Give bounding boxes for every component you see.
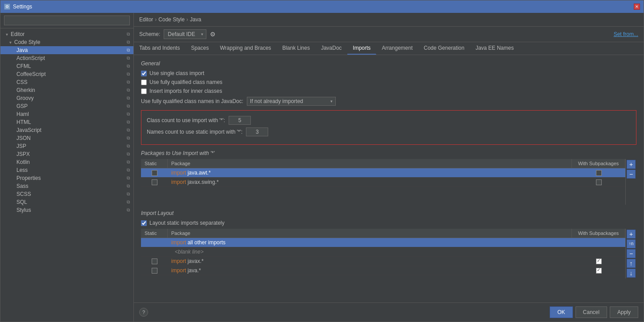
imports-panel: General Use single class import Use full… (134, 55, 644, 302)
copy-icon: ⧉ (127, 56, 130, 61)
sidebar-item-html[interactable]: HTML⧉ (0, 118, 133, 126)
set-from-link[interactable]: Set from... (614, 31, 638, 37)
move-up-button[interactable]: ↑ (627, 259, 636, 268)
sidebar-item-haml[interactable]: Haml⧉ (0, 110, 133, 118)
lr4-subpkg-checkbox[interactable] (596, 268, 602, 274)
packages-table: Static Package With Subpackages import (141, 159, 625, 205)
sidebar-item-gherkin[interactable]: Gherkin⧉ (0, 86, 133, 94)
pkg2-name: javax.swing.* (188, 179, 219, 185)
sidebar-item-groovy[interactable]: Groovy⧉ (0, 94, 133, 102)
sidebar-item-label: JavaScript (16, 127, 41, 133)
sidebar-item-less[interactable]: Less⧉ (0, 166, 133, 174)
tab-tabs-indents[interactable]: Tabs and Indents (134, 42, 185, 55)
add-package-button[interactable]: + (627, 160, 636, 169)
names-count-input[interactable] (246, 127, 268, 136)
pkg2-static (141, 178, 168, 187)
packages-empty-space (141, 187, 625, 205)
sidebar-item-sql[interactable]: SQL⧉ (0, 198, 133, 206)
table-row[interactable]: import java.* (141, 266, 625, 275)
lr2-static (141, 250, 168, 253)
tab-spaces[interactable]: Spaces (185, 42, 214, 55)
sidebar-item-json[interactable]: JSON⧉ (0, 134, 133, 142)
sidebar-item-sass[interactable]: Sass⧉ (0, 182, 133, 190)
sidebar-item-label: CSS (16, 79, 28, 85)
move-down-button[interactable]: ↓ (627, 269, 636, 278)
class-count-input[interactable] (229, 116, 251, 125)
import-keyword: import (171, 267, 186, 274)
help-button[interactable]: ? (139, 308, 148, 317)
sidebar-item-label: Properties (16, 175, 41, 181)
copy-icon: ⧉ (127, 95, 130, 101)
sidebar-item-kotlin[interactable]: Kotlin⧉ (0, 158, 133, 166)
lr2-package: <blank line> (168, 247, 572, 256)
use-fully-qualified-checkbox[interactable] (141, 80, 147, 85)
sidebar-item-gsp[interactable]: GSP⧉ (0, 102, 133, 110)
tab-java-ee-names[interactable]: Java EE Names (470, 42, 519, 55)
sidebar-item-actionscript[interactable]: ActionScript⧉ (0, 54, 133, 62)
add-layout-button[interactable]: + (627, 230, 636, 239)
remove-package-button[interactable]: − (627, 170, 636, 179)
copy-icon: ⧉ (127, 87, 130, 93)
cancel-button[interactable]: Cancel (576, 306, 607, 318)
tab-arrangement[interactable]: Arrangement (376, 42, 418, 55)
sidebar-item-java[interactable]: Java⧉ (0, 46, 133, 54)
lr3-text: javax.* (188, 258, 204, 264)
sidebar-item-jsp[interactable]: JSP⧉ (0, 142, 133, 150)
packages-title: Packages to Use Import with '*' (141, 150, 636, 156)
sidebar-item-scss[interactable]: SCSS⧉ (0, 190, 133, 198)
search-input[interactable] (4, 16, 130, 25)
pkg2-static-checkbox[interactable] (152, 179, 157, 185)
layout-table-header: Static Package With Subpackages (141, 229, 625, 238)
sidebar-item-jspx[interactable]: JSPX⧉ (0, 150, 133, 158)
ok-button[interactable]: OK (550, 306, 572, 318)
layout-col-static-header: Static (141, 229, 168, 238)
blank-line-text: <blank line> (171, 248, 207, 256)
copy-icon: ⧉ (127, 48, 130, 53)
copy-icon: ⧉ (127, 135, 130, 141)
lr3-static-checkbox[interactable] (152, 258, 157, 264)
scheme-gear-button[interactable]: ⚙ (210, 31, 216, 38)
class-count-label: Class count to use import with '*': (147, 117, 225, 123)
tab-javadoc[interactable]: JavaDoc (316, 42, 348, 55)
tab-code-generation[interactable]: Code Generation (419, 42, 470, 55)
table-row[interactable]: import javax.swing.* (141, 178, 625, 187)
remove-layout-button[interactable]: − (627, 249, 636, 258)
scheme-select[interactable]: Default IDE (164, 29, 206, 39)
fq-javadoc-select[interactable]: If not already imported Always Never (247, 97, 336, 106)
table-row[interactable]: <blank line> (141, 247, 625, 257)
sidebar-item-cfml[interactable]: CFML⧉ (0, 62, 133, 70)
table-row[interactable]: import all other imports (141, 238, 625, 247)
scheme-bar: Scheme: Default IDE ⚙ Set from... (134, 27, 644, 42)
sidebar-item-coffeescript[interactable]: CoffeeScript⧉ (0, 70, 133, 78)
apply-button[interactable]: Apply (610, 306, 638, 318)
close-button[interactable]: ✕ (634, 4, 640, 10)
breadcrumb-java: Java (190, 16, 201, 23)
tab-blank-lines[interactable]: Blank Lines (277, 42, 316, 55)
breadcrumb: Editor › Code Style › Java (134, 13, 644, 27)
use-single-class-checkbox[interactable] (141, 71, 147, 76)
sidebar-item-editor[interactable]: ▾Editor⧉ (0, 30, 133, 38)
lr3-subpkg-checkbox[interactable] (596, 258, 602, 264)
add-import-button[interactable]: ↑n (627, 239, 636, 248)
lr4-text: java.* (188, 267, 201, 274)
tab-wrapping[interactable]: Wrapping and Braces (214, 42, 277, 55)
sidebar-item-label: Stylus (16, 207, 31, 213)
pkg1-subpkg-checkbox[interactable] (596, 170, 602, 176)
table-row[interactable]: import java.awt.* (141, 168, 625, 178)
pkg1-static-checkbox[interactable] (152, 170, 157, 176)
table-row[interactable]: import javax.* (141, 257, 625, 266)
window-title: Settings (13, 4, 32, 10)
lr4-static-checkbox[interactable] (152, 268, 157, 274)
pkg2-subpkg-checkbox[interactable] (596, 179, 602, 185)
layout-side-buttons: + ↑n − ↑ ↓ (625, 229, 636, 278)
pkg1-subpkg (572, 169, 625, 177)
sidebar-item-javascript[interactable]: JavaScript⧉ (0, 126, 133, 134)
layout-static-checkbox[interactable] (141, 220, 147, 226)
sidebar-item-properties[interactable]: Properties⧉ (0, 174, 133, 182)
tab-imports[interactable]: Imports (347, 42, 376, 55)
sidebar-item-stylus[interactable]: Stylus⧉ (0, 206, 133, 214)
insert-imports-inner-checkbox[interactable] (141, 88, 147, 94)
sidebar-item-code-style[interactable]: ▾Code Style⧉ (0, 38, 133, 46)
sidebar-item-css[interactable]: CSS⧉ (0, 78, 133, 86)
lr4-package: import java.* (168, 266, 572, 275)
